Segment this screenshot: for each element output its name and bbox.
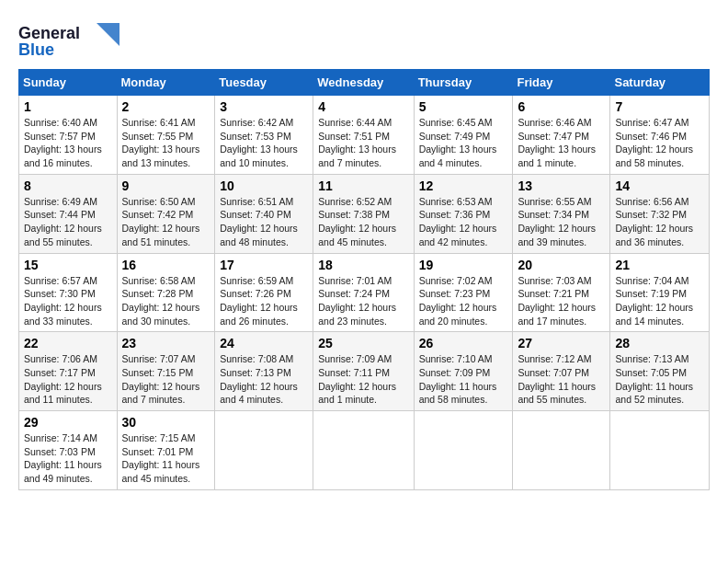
day-number: 6	[518, 99, 605, 114]
calendar-week-5: 29 Sunrise: 7:14 AMSunset: 7:03 PMDaylig…	[19, 411, 710, 490]
day-number: 22	[24, 336, 112, 350]
day-cell-2: 2 Sunrise: 6:41 AMSunset: 7:55 PMDayligh…	[117, 96, 215, 175]
day-number: 4	[318, 99, 408, 114]
day-cell-12: 12 Sunrise: 6:53 AMSunset: 7:36 PMDaylig…	[414, 174, 513, 253]
day-info: Sunrise: 7:04 AMSunset: 7:19 PMDaylight:…	[615, 275, 693, 327]
day-number: 8	[24, 178, 112, 193]
day-number: 11	[318, 178, 408, 193]
day-info: Sunrise: 6:46 AMSunset: 7:47 PMDaylight:…	[518, 117, 596, 168]
day-info: Sunrise: 6:45 AMSunset: 7:49 PMDaylight:…	[419, 117, 497, 168]
day-info: Sunrise: 6:51 AMSunset: 7:40 PMDaylight:…	[220, 196, 298, 247]
calendar-week-3: 15 Sunrise: 6:57 AMSunset: 7:30 PMDaylig…	[19, 253, 710, 332]
day-info: Sunrise: 7:02 AMSunset: 7:23 PMDaylight:…	[419, 275, 497, 327]
day-number: 5	[419, 99, 508, 114]
calendar-table: SundayMondayTuesdayWednesdayThursdayFrid…	[18, 69, 710, 490]
day-number: 20	[518, 258, 605, 272]
day-cell-7: 7 Sunrise: 6:47 AMSunset: 7:46 PMDayligh…	[610, 96, 710, 175]
day-cell-11: 11 Sunrise: 6:52 AMSunset: 7:38 PMDaylig…	[313, 174, 414, 253]
day-cell-28: 28 Sunrise: 7:13 AMSunset: 7:05 PMDaylig…	[610, 332, 710, 411]
day-info: Sunrise: 7:10 AMSunset: 7:09 PMDaylight:…	[419, 353, 497, 405]
day-number: 3	[220, 99, 308, 114]
day-info: Sunrise: 7:15 AMSunset: 7:01 PMDaylight:…	[122, 432, 200, 484]
day-info: Sunrise: 6:42 AMSunset: 7:53 PMDaylight:…	[220, 117, 298, 168]
col-header-thursday: Thursday	[414, 70, 513, 96]
day-info: Sunrise: 6:52 AMSunset: 7:38 PMDaylight:…	[318, 196, 396, 247]
day-cell-6: 6 Sunrise: 6:46 AMSunset: 7:47 PMDayligh…	[513, 96, 610, 175]
day-info: Sunrise: 6:53 AMSunset: 7:36 PMDaylight:…	[419, 196, 497, 247]
day-number: 26	[419, 336, 508, 350]
calendar-week-4: 22 Sunrise: 7:06 AMSunset: 7:17 PMDaylig…	[19, 332, 710, 411]
day-info: Sunrise: 7:14 AMSunset: 7:03 PMDaylight:…	[24, 432, 102, 484]
day-cell-9: 9 Sunrise: 6:50 AMSunset: 7:42 PMDayligh…	[117, 174, 215, 253]
day-cell-13: 13 Sunrise: 6:55 AMSunset: 7:34 PMDaylig…	[513, 174, 610, 253]
day-info: Sunrise: 7:08 AMSunset: 7:13 PMDaylight:…	[220, 353, 298, 405]
day-cell-29: 29 Sunrise: 7:14 AMSunset: 7:03 PMDaylig…	[19, 411, 118, 490]
day-cell-26: 26 Sunrise: 7:10 AMSunset: 7:09 PMDaylig…	[414, 332, 513, 411]
col-header-friday: Friday	[513, 70, 610, 96]
day-cell-8: 8 Sunrise: 6:49 AMSunset: 7:44 PMDayligh…	[19, 174, 118, 253]
day-number: 13	[518, 178, 605, 193]
svg-text:General: General	[18, 24, 80, 42]
day-cell-27: 27 Sunrise: 7:12 AMSunset: 7:07 PMDaylig…	[513, 332, 610, 411]
empty-cell	[513, 411, 610, 490]
col-header-sunday: Sunday	[19, 70, 118, 96]
logo-svg: General Blue	[18, 18, 119, 60]
day-info: Sunrise: 6:50 AMSunset: 7:42 PMDaylight:…	[122, 196, 200, 247]
day-cell-21: 21 Sunrise: 7:04 AMSunset: 7:19 PMDaylig…	[610, 253, 710, 332]
day-cell-16: 16 Sunrise: 6:58 AMSunset: 7:28 PMDaylig…	[117, 253, 215, 332]
day-number: 28	[615, 336, 704, 350]
day-info: Sunrise: 6:59 AMSunset: 7:26 PMDaylight:…	[220, 275, 298, 327]
day-info: Sunrise: 6:47 AMSunset: 7:46 PMDaylight:…	[615, 117, 693, 168]
day-cell-18: 18 Sunrise: 7:01 AMSunset: 7:24 PMDaylig…	[313, 253, 414, 332]
calendar-week-2: 8 Sunrise: 6:49 AMSunset: 7:44 PMDayligh…	[19, 174, 710, 253]
day-number: 21	[615, 258, 704, 272]
day-number: 9	[122, 178, 210, 193]
day-number: 23	[122, 336, 210, 350]
day-info: Sunrise: 7:12 AMSunset: 7:07 PMDaylight:…	[518, 353, 596, 405]
day-info: Sunrise: 6:44 AMSunset: 7:51 PMDaylight:…	[318, 117, 396, 168]
day-info: Sunrise: 7:03 AMSunset: 7:21 PMDaylight:…	[518, 275, 596, 327]
day-info: Sunrise: 6:58 AMSunset: 7:28 PMDaylight:…	[122, 275, 200, 327]
day-number: 17	[220, 258, 308, 272]
empty-cell	[610, 411, 710, 490]
day-cell-19: 19 Sunrise: 7:02 AMSunset: 7:23 PMDaylig…	[414, 253, 513, 332]
col-header-tuesday: Tuesday	[215, 70, 313, 96]
day-cell-17: 17 Sunrise: 6:59 AMSunset: 7:26 PMDaylig…	[215, 253, 313, 332]
day-info: Sunrise: 6:55 AMSunset: 7:34 PMDaylight:…	[518, 196, 596, 247]
empty-cell	[313, 411, 414, 490]
day-cell-20: 20 Sunrise: 7:03 AMSunset: 7:21 PMDaylig…	[513, 253, 610, 332]
logo: General Blue	[18, 18, 119, 60]
header: General Blue	[18, 18, 710, 60]
day-cell-23: 23 Sunrise: 7:07 AMSunset: 7:15 PMDaylig…	[117, 332, 215, 411]
day-number: 19	[419, 258, 508, 272]
day-info: Sunrise: 6:49 AMSunset: 7:44 PMDaylight:…	[24, 196, 102, 247]
day-cell-14: 14 Sunrise: 6:56 AMSunset: 7:32 PMDaylig…	[610, 174, 710, 253]
day-info: Sunrise: 6:56 AMSunset: 7:32 PMDaylight:…	[615, 196, 693, 247]
col-header-monday: Monday	[117, 70, 215, 96]
empty-cell	[414, 411, 513, 490]
day-cell-22: 22 Sunrise: 7:06 AMSunset: 7:17 PMDaylig…	[19, 332, 118, 411]
calendar-week-1: 1 Sunrise: 6:40 AMSunset: 7:57 PMDayligh…	[19, 96, 710, 175]
day-cell-3: 3 Sunrise: 6:42 AMSunset: 7:53 PMDayligh…	[215, 96, 313, 175]
day-cell-1: 1 Sunrise: 6:40 AMSunset: 7:57 PMDayligh…	[19, 96, 118, 175]
day-number: 24	[220, 336, 308, 350]
day-cell-5: 5 Sunrise: 6:45 AMSunset: 7:49 PMDayligh…	[414, 96, 513, 175]
day-cell-15: 15 Sunrise: 6:57 AMSunset: 7:30 PMDaylig…	[19, 253, 118, 332]
day-info: Sunrise: 7:06 AMSunset: 7:17 PMDaylight:…	[24, 353, 102, 405]
day-number: 10	[220, 178, 308, 193]
col-header-wednesday: Wednesday	[313, 70, 414, 96]
svg-text:Blue: Blue	[18, 40, 54, 59]
day-number: 25	[318, 336, 408, 350]
day-number: 30	[122, 415, 210, 430]
day-info: Sunrise: 6:57 AMSunset: 7:30 PMDaylight:…	[24, 275, 102, 327]
day-info: Sunrise: 6:41 AMSunset: 7:55 PMDaylight:…	[122, 117, 200, 168]
day-cell-4: 4 Sunrise: 6:44 AMSunset: 7:51 PMDayligh…	[313, 96, 414, 175]
col-header-saturday: Saturday	[610, 70, 710, 96]
day-number: 27	[518, 336, 605, 350]
day-info: Sunrise: 7:13 AMSunset: 7:05 PMDaylight:…	[615, 353, 693, 405]
day-cell-10: 10 Sunrise: 6:51 AMSunset: 7:40 PMDaylig…	[215, 174, 313, 253]
day-number: 7	[615, 99, 704, 114]
day-info: Sunrise: 6:40 AMSunset: 7:57 PMDaylight:…	[24, 117, 102, 168]
day-number: 16	[122, 258, 210, 272]
day-number: 29	[24, 415, 112, 430]
